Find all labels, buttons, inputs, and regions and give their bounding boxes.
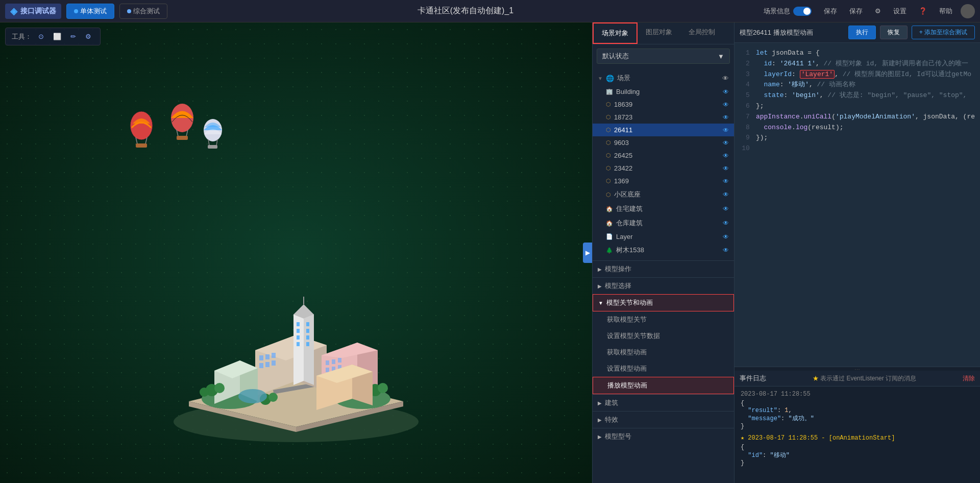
code-line-7: 7 appInstance.uniCall('playModelAnimatio… [740, 112, 975, 123]
residential-icon: 🏠 [606, 206, 613, 212]
event-log: 事件日志 ★ 表示通过 EventListener 订阅的消息 清除 2023-… [734, 371, 980, 483]
tree1538-label: 树木1538 [616, 246, 644, 255]
eye-icon-layer[interactable]: 👁 [723, 233, 729, 240]
tree-item-tree1538[interactable]: 🌲 树木1538 👁 [593, 243, 734, 257]
line-num-4: 4 [740, 80, 750, 90]
select-tool[interactable]: ⊙ [36, 31, 46, 42]
scene-root-header[interactable]: ▼ 🌐 场景 👁 [593, 71, 734, 85]
eye-icon-23422[interactable]: 👁 [723, 165, 729, 172]
warehouse-label: 仓库建筑 [616, 219, 643, 228]
tree-item-community-base[interactable]: ⬡ 小区底座 👁 [593, 187, 734, 202]
tree-item-23422[interactable]: ⬡ 23422 👁 [593, 162, 734, 175]
tree-item-9603[interactable]: ⬡ 9603 👁 [593, 136, 734, 149]
scene-root-section: ▼ 🌐 场景 👁 🏢 Building 👁 [593, 68, 734, 260]
scene-root-icon: 🌐 [606, 75, 614, 82]
box-tool[interactable]: ⬜ [51, 31, 64, 42]
svg-rect-24 [265, 354, 270, 359]
community-base-icon: ⬡ [606, 191, 611, 198]
pen-tool[interactable]: ✏ [68, 31, 79, 42]
restore-button[interactable]: 恢复 [880, 26, 908, 39]
eye-icon-18723[interactable]: 👁 [723, 114, 729, 121]
building-icon: 🏢 [606, 88, 613, 95]
tree-item-18723[interactable]: ⬡ 18723 👁 [593, 111, 734, 124]
svg-rect-34 [297, 322, 300, 326]
tree-item-26425[interactable]: ⬡ 26425 👁 [593, 149, 734, 162]
topbar-right: 场景信息 保存 保存 ⚙ 设置 ❓ 帮助 [764, 4, 975, 18]
expand-building[interactable]: ▶ 建筑 [593, 394, 734, 411]
svg-rect-35 [297, 329, 300, 333]
scene-info-switch[interactable] [793, 7, 812, 16]
sub-item-get-joint[interactable]: 获取模型关节 [593, 311, 734, 328]
code-line-4: 4 name: '移动', // 动画名称 [740, 80, 975, 90]
expand-model-type[interactable]: ▶ 模型型号 [593, 428, 734, 445]
model-icon-26425: ⬡ [606, 152, 611, 159]
viewport[interactable]: 工具： ⊙ ⬜ ✏ ⚙ [0, 22, 592, 483]
add-to-combined-button[interactable]: 添加至综合测试 [912, 26, 975, 39]
tree-item-18639[interactable]: ⬡ 18639 👁 [593, 98, 734, 111]
tools-panel: 工具： ⊙ ⬜ ✏ ⚙ [5, 28, 101, 45]
model-label-26425: 26425 [614, 152, 632, 159]
warehouse-icon: 🏠 [606, 220, 613, 227]
tree-item-building[interactable]: 🏢 Building 👁 [593, 85, 734, 98]
execute-button[interactable]: 执行 [848, 26, 876, 39]
model-label-18639: 18639 [614, 101, 632, 108]
sub-item-play-anim[interactable]: 播放模型动画 [593, 377, 734, 394]
tree-item-residential[interactable]: 🏠 住宅建筑 👁 [593, 202, 734, 216]
help-button[interactable]: ❓ [915, 5, 931, 17]
tab-layer-objects[interactable]: 图层对象 [638, 22, 680, 44]
code-divider[interactable]: ··· [734, 367, 980, 371]
tree-item-26411[interactable]: ⬡ 26411 👁 [593, 124, 734, 136]
default-state-dropdown[interactable]: 默认状态 ▼ [597, 49, 730, 64]
item-left-26425: ⬡ 26425 [606, 152, 632, 159]
panel-toggle[interactable]: ▶ [583, 243, 592, 263]
eye-icon-1369[interactable]: 👁 [723, 178, 729, 185]
tree-item-warehouse[interactable]: 🏠 仓库建筑 👁 [593, 216, 734, 230]
tab-combined-test[interactable]: 综合测试 [119, 4, 167, 19]
log-message-1: "message": "成功。" [741, 414, 974, 423]
tree-item-1369[interactable]: ⬡ 1369 👁 [593, 175, 734, 187]
user-avatar [961, 4, 975, 18]
scene-root-label: 场景 [617, 74, 630, 83]
scene-tree: ▼ 🌐 场景 👁 🏢 Building 👁 [593, 68, 734, 483]
expand-model-ops[interactable]: ▶ 模型操作 [593, 260, 734, 277]
sub-item-set-anim[interactable]: 设置模型动画 [593, 360, 734, 377]
code-panel: 模型26411 播放模型动画 执行 恢复 添加至综合测试 1 let jsonD… [734, 22, 980, 483]
line-num-10: 10 [740, 143, 750, 154]
clear-log-button[interactable]: 清除 [963, 374, 975, 383]
svg-marker-29 [293, 310, 304, 385]
line-num-3: 3 [740, 69, 750, 80]
expand-model-anim[interactable]: ▼ 模型关节和动画 [593, 294, 734, 311]
tab-single-test[interactable]: 单体测试 [66, 4, 114, 19]
expand-model-select[interactable]: ▶ 模型选择 [593, 277, 734, 294]
svg-rect-8 [177, 136, 188, 140]
tree-item-layer[interactable]: 📄 Layer 👁 [593, 230, 734, 243]
tab-scene-objects[interactable]: 场景对象 [593, 22, 638, 44]
save-button[interactable]: 保存 [820, 5, 841, 18]
eye-icon-26411[interactable]: 👁 [723, 127, 729, 134]
eye-icon-26425[interactable]: 👁 [723, 152, 729, 159]
event-log-title: 事件日志 [740, 374, 766, 383]
log-brace-open-1: { [741, 400, 974, 407]
scene-tabs: 场景对象 图层对象 全局控制 [593, 22, 734, 44]
gear-tool[interactable]: ⚙ [83, 31, 94, 42]
eye-icon-tree1538[interactable]: 👁 [723, 247, 729, 254]
log-entry-2: ★ 2023-08-17 11:28:55 - [onAnimationStar… [741, 434, 974, 467]
svg-rect-23 [259, 355, 263, 360]
code-editor[interactable]: 1 let jsonData = { 2 id: '26411 1', // 模… [734, 43, 980, 367]
eye-icon-residential[interactable]: 👁 [723, 205, 729, 212]
eye-icon-18639[interactable]: 👁 [723, 101, 729, 108]
building-eye-icon[interactable]: 👁 [723, 88, 729, 95]
expand-building-label: 建筑 [605, 398, 618, 407]
scene-root-eye-icon[interactable]: 👁 [722, 75, 729, 82]
settings-button[interactable]: ⚙ [871, 5, 885, 17]
eye-icon-warehouse[interactable]: 👁 [723, 220, 729, 227]
sub-item-set-anim-label: 设置模型动画 [607, 365, 647, 372]
eye-icon-9603[interactable]: 👁 [723, 139, 729, 147]
scene-info-toggle[interactable]: 场景信息 [764, 7, 812, 16]
eye-icon-community-base[interactable]: 👁 [723, 191, 729, 198]
tab-global-control[interactable]: 全局控制 [680, 22, 723, 44]
sub-item-set-joint[interactable]: 设置模型关节数据 [593, 328, 734, 344]
sub-item-get-anim[interactable]: 获取模型动画 [593, 344, 734, 360]
expand-effects[interactable]: ▶ 特效 [593, 411, 734, 428]
line-num-9: 9 [740, 133, 750, 143]
